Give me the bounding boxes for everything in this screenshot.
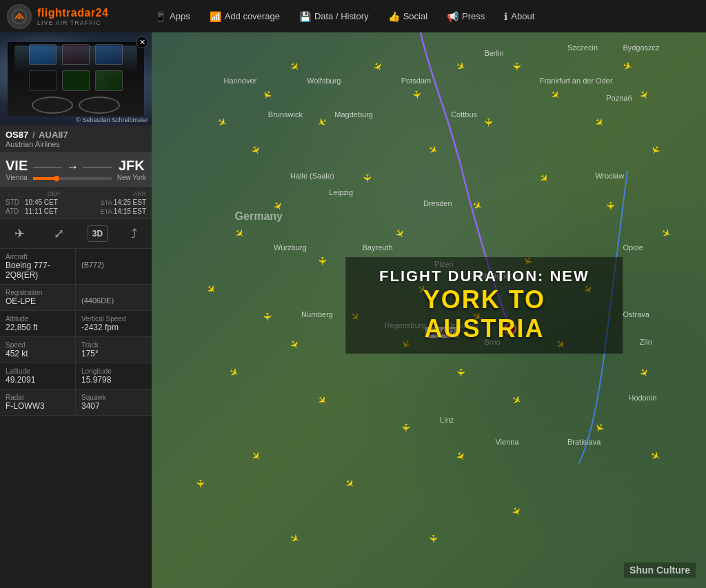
registration-cell: Registration OE-LPE	[0, 285, 76, 310]
registration-label: Registration	[6, 289, 70, 296]
lat-row: Latitude 49.2091 Longitude 15.9798	[0, 363, 152, 389]
plane-icon-33: ✈	[287, 337, 303, 352]
plane-icon-50: ✈	[427, 534, 440, 543]
lon-value: 15.9798	[81, 375, 146, 385]
plane-icon-4: ✈	[510, 62, 523, 71]
flight-header: OS87 / AUA87 Austrian Airlines	[0, 125, 152, 152]
track-cell: Track 175°	[76, 337, 152, 363]
plane-icon-40: ✈	[510, 392, 524, 408]
plane-icon-1: ✈	[287, 59, 303, 74]
nav-apps[interactable]: 📱 Apps	[145, 0, 200, 32]
map-label-wolfsburg: Wolfsburg	[307, 77, 341, 85]
aircraft-cell: Aircraft Boeing 777-2Q8(ER)	[0, 249, 76, 284]
map-label-bratislava: Bratislava	[567, 438, 601, 446]
map-label-vienna: Vienna	[495, 438, 518, 446]
origin-code: VIE	[6, 158, 28, 174]
altitude-value: 22,850 ft	[6, 323, 70, 332]
squawk-cell: Squawk 3407	[76, 389, 152, 415]
expand-button[interactable]: ⤢	[48, 223, 70, 244]
map-label-hodonin: Hodonin	[628, 394, 656, 402]
plane-icon-21: ✈	[604, 201, 617, 210]
times-section: DEP ARR STD 10:45 CET STA 14:25 EST ATD …	[0, 187, 152, 219]
plane-icon-35: ✈	[553, 336, 569, 352]
atd-label: ATD	[6, 207, 19, 215]
plane-icon-28: ✈	[415, 281, 430, 297]
arr-header: ARR	[88, 190, 146, 197]
map-label-nuernberg: Nürnberg	[301, 310, 333, 318]
std-label: STD	[6, 199, 19, 206]
plane-icon-11: ✈	[315, 114, 330, 130]
follow-button[interactable]: ✈	[9, 223, 30, 244]
nav-about[interactable]: ℹ About	[494, 0, 544, 32]
plane-icon-48: ✈	[509, 504, 525, 518]
eta-value: ETA 14:15 EST	[88, 207, 146, 215]
logo-area: flightradar24 LIVE AIR TRAFFIC	[0, 4, 145, 29]
map-label-hannover: Hannover	[224, 77, 257, 85]
coverage-icon: 📶	[210, 11, 221, 22]
plane-icon-17: ✈	[361, 174, 374, 183]
plane-icon-12: ✈	[482, 118, 495, 127]
cockpit-image	[0, 32, 152, 125]
plane-icon-38: ✈	[636, 365, 652, 380]
radar-label: Radar	[6, 394, 70, 401]
dep-header: DEP	[25, 190, 83, 197]
aua87-callsign-label: AUA87	[425, 327, 458, 338]
press-icon: 📢	[447, 11, 458, 22]
watermark: Shun Culture	[624, 562, 696, 578]
plane-icon-27: ✈	[204, 281, 220, 297]
origin-airport: VIE Vienna	[6, 158, 28, 181]
flight-sidebar: © Sebastian Schreibmaier ✕ OS87 / AUA87 …	[0, 32, 152, 588]
map-background: Hannover Wolfsburg Berlin Potsdam Magdeb…	[152, 32, 706, 588]
map-label-potsdam: Potsdam	[401, 77, 431, 85]
plane-icon-5: ✈	[621, 59, 634, 74]
registration-row: Registration OE-LPE (4406DE)	[0, 285, 152, 311]
plane-icon-25: ✈	[316, 256, 329, 265]
aircraft-label: Aircraft	[6, 253, 70, 261]
plane-icon-7: ✈	[410, 89, 424, 100]
map-label-poznan: Poznań	[606, 94, 632, 102]
plane-icon-45: ✈	[648, 448, 663, 464]
aircraft-value: Boeing 777-2Q8(ER)	[6, 261, 70, 280]
speed-cell: Speed 452 kt	[0, 337, 76, 363]
plane-icon-18: ✈	[536, 170, 552, 186]
nav-add-coverage[interactable]: 📶 Add coverage	[200, 0, 290, 32]
flight-image: © Sebastian Schreibmaier ✕	[0, 32, 152, 125]
map-label-bayreuth: Bayreuth	[363, 243, 393, 252]
about-icon: ℹ	[504, 11, 507, 22]
overlay-line1: FLIGHT DURATION: NEW	[366, 267, 602, 285]
3d-button[interactable]: 3D	[88, 225, 108, 242]
registration-code: (4406DE)	[81, 296, 146, 305]
flight-details: Aircraft Boeing 777-2Q8(ER) (B772) Regis…	[0, 249, 152, 588]
nav-data-history[interactable]: 💾 Data / History	[290, 0, 379, 32]
map-label-ostrava: Ostrava	[623, 310, 649, 318]
route-progress-bar	[33, 177, 112, 180]
speed-value: 452 kt	[6, 349, 70, 358]
map-label-magdeburg: Magdeburg	[334, 110, 373, 119]
speed-row: Speed 452 kt Track 175°	[0, 337, 152, 363]
map-area[interactable]: Hannover Wolfsburg Berlin Potsdam Magdeb…	[152, 32, 706, 588]
nav-press[interactable]: 📢 Press	[437, 0, 494, 32]
map-label-brunswick: Brunswick	[268, 110, 303, 119]
logo-text: flightradar24 LIVE AIR TRAFFIC	[37, 7, 108, 26]
registration-code-cell: (4406DE)	[76, 285, 152, 310]
share-button[interactable]: ⤴	[125, 224, 143, 244]
dest-code: JFK	[119, 158, 145, 174]
vspeed-value: -2432 fpm	[81, 323, 146, 332]
flight-id: OS87 / AUA87	[6, 130, 146, 140]
nav-social[interactable]: 👍 Social	[379, 0, 437, 32]
map-label-brno: Brno	[484, 338, 500, 346]
std-value: 10:45 CET	[25, 199, 83, 206]
plane-icon-36: ✈	[227, 365, 241, 381]
map-label-dresden: Dresden	[423, 199, 452, 207]
plane-icon-47: ✈	[343, 476, 359, 491]
atd-value: 11:11 CET	[25, 207, 83, 215]
plane-icon-23: ✈	[392, 226, 408, 241]
plane-icon-44: ✈	[453, 449, 469, 463]
logo-icon	[7, 4, 32, 29]
close-button[interactable]: ✕	[136, 36, 148, 48]
map-label-wuerzburg: Würzburg	[274, 243, 307, 252]
track-label: Track	[81, 341, 146, 349]
flight-path-svg	[152, 32, 706, 588]
squawk-label: Squawk	[81, 394, 146, 401]
lon-label: Longitude	[81, 367, 146, 375]
